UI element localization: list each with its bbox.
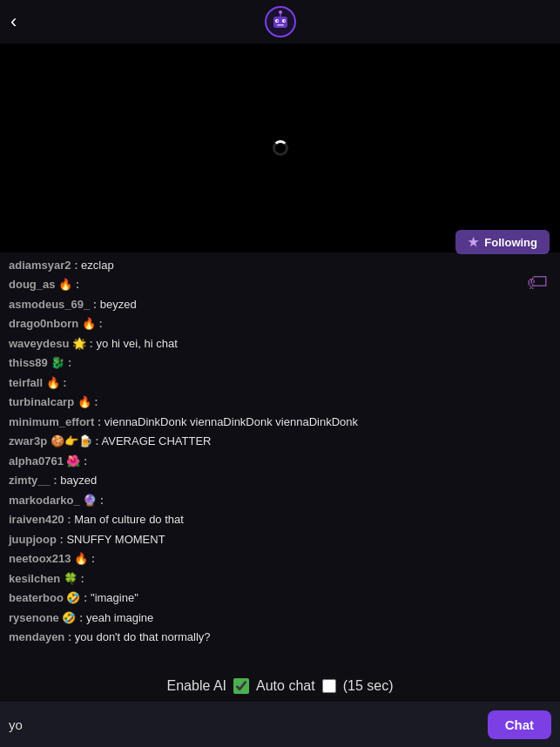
video-area [0, 44, 560, 252]
message-username: zimty__ : [9, 474, 57, 487]
auto-chat-label: Auto chat [256, 678, 315, 694]
message-content: Man of culture do that [71, 513, 184, 526]
message-username: asmodeus_69_ : [9, 298, 97, 311]
svg-point-8 [279, 10, 282, 14]
chat-send-button[interactable]: Chat [488, 710, 551, 739]
message-content: viennaDinkDonk viennaDinkDonk viennaDink… [101, 415, 358, 428]
chat-message: rysenone 🤣 : yeah imagine [9, 609, 551, 627]
header: ‹ [0, 0, 560, 44]
message-username: markodarko_ 🔮 : [9, 494, 104, 507]
message-username: rysenone 🤣 : [9, 611, 83, 624]
message-username: drago0nborn 🔥 : [9, 317, 103, 330]
following-button[interactable]: ★ Following [455, 230, 550, 254]
chat-message: zwar3p 🍪👉🍺 : AVERAGE CHATTER [9, 433, 551, 450]
chat-message: neetoox213 🔥 : [9, 550, 551, 568]
chat-message: waveydesu 🌟 : yo hi vei, hi chat [9, 335, 551, 353]
message-content: beyzed [97, 298, 137, 311]
timer-label: (15 sec) [343, 678, 394, 694]
following-label: Following [484, 236, 537, 249]
message-username: waveydesu 🌟 : [9, 337, 93, 350]
message-username: doug_as 🔥 : [9, 278, 79, 291]
chat-message: minimum_effort : viennaDinkDonk viennaDi… [9, 414, 551, 431]
chat-message: teirfall 🔥 : [9, 374, 551, 392]
message-username: adiamsyar2 : [9, 259, 78, 272]
message-content: "imagine" [87, 591, 138, 604]
message-content: yeah imagine [83, 611, 153, 624]
message-username: neetoox213 🔥 : [9, 552, 95, 565]
message-username: beaterboo 🤣 : [9, 591, 87, 604]
star-icon: ★ [468, 235, 479, 249]
chat-message: dizles 🌊 : SHE SPAT ON ME [9, 252, 551, 254]
message-username: iraiven420 : [9, 513, 71, 526]
chat-message: kesilchen 🍀 : [9, 570, 551, 588]
enable-ai-label: Enable AI [167, 678, 227, 694]
message-content: bayzed [57, 474, 98, 487]
auto-chat-checkbox[interactable] [322, 679, 336, 693]
svg-point-4 [276, 20, 278, 22]
message-username: minimum_effort : [9, 415, 101, 428]
chat-message: zimty__ : bayzed [9, 472, 551, 489]
chat-message: beaterboo 🤣 : "imagine" [9, 589, 551, 607]
back-button[interactable]: ‹ [10, 10, 17, 33]
message-content: ezclap [78, 259, 114, 272]
svg-rect-6 [277, 24, 284, 26]
input-area: Chat [0, 702, 560, 747]
message-content: yo hi vei, hi chat [93, 337, 178, 350]
message-username: juupjoop : [9, 533, 64, 546]
chat-message: iraiven420 : Man of culture do that [9, 511, 551, 528]
chat-message: alpha0761 🌺 : [9, 453, 551, 470]
chat-message: juupjoop : SNUFFY MOMENT [9, 531, 551, 548]
chat-message: doug_as 🔥 : [9, 276, 551, 293]
message-username: turbinalcarp 🔥 : [9, 395, 98, 408]
chat-message: adiamsyar2 : ezclap [9, 257, 551, 274]
chat-message: thiss89 🐉 : [9, 354, 551, 372]
message-content: you don't do that normally? [71, 630, 210, 643]
enable-ai-checkbox[interactable] [233, 678, 249, 694]
loading-spinner [273, 140, 288, 156]
chat-area: dizles 🌊 : SHE SPAT ON MEadiamsyar2 : ez… [0, 252, 560, 651]
chat-message: markodarko_ 🔮 : [9, 492, 551, 509]
robot-logo-icon [265, 6, 296, 37]
message-username: thiss89 🐉 : [9, 356, 71, 369]
message-content: SNUFFY MOMENT [64, 533, 165, 546]
message-username: mendayen : [9, 630, 71, 643]
chat-message: drago0nborn 🔥 : [9, 315, 551, 333]
bottom-toolbar: Enable AI Auto chat (15 sec) [0, 670, 560, 702]
chat-input[interactable] [9, 714, 481, 736]
message-username: zwar3p 🍪👉🍺 : [9, 434, 99, 448]
message-username: alpha0761 🌺 : [9, 454, 87, 468]
svg-rect-1 [273, 17, 287, 28]
message-username: teirfall 🔥 : [9, 376, 67, 389]
svg-point-5 [283, 20, 285, 22]
chat-message: turbinalcarp 🔥 : [9, 394, 551, 411]
message-username: kesilchen 🍀 : [9, 572, 84, 585]
message-content: AVERAGE CHATTER [99, 434, 212, 448]
chat-message: asmodeus_69_ : beyzed [9, 296, 551, 313]
chat-message: mendayen : you don't do that normally? [9, 629, 551, 646]
